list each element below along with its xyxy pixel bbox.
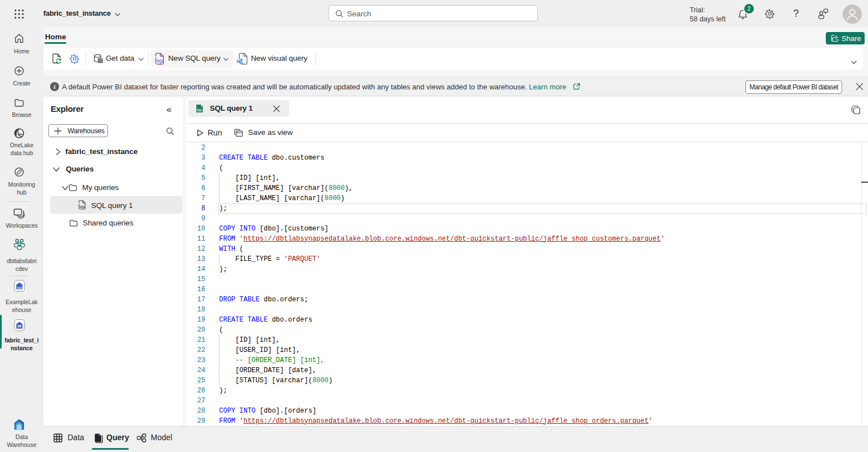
svg-text:SQL: SQL (79, 205, 86, 209)
svg-text:SQL: SQL (157, 59, 164, 64)
svg-text:SQL: SQL (197, 109, 203, 112)
